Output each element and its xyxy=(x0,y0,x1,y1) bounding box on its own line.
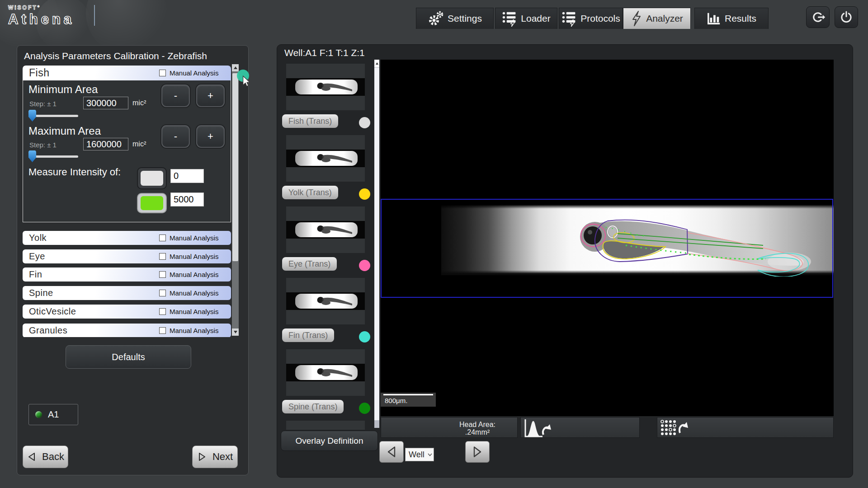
section-header-fish[interactable]: Fish Manual Analysis xyxy=(23,66,231,80)
tab-label: Settings xyxy=(448,13,482,24)
scale-label: 800μm. xyxy=(385,397,407,404)
maximum-area-label: Maximum Area xyxy=(28,125,101,137)
minimum-area-minus-button[interactable]: - xyxy=(161,84,190,107)
logout-button[interactable] xyxy=(806,6,830,28)
scrollbar-thumb[interactable] xyxy=(232,73,238,261)
minimum-area-slider[interactable] xyxy=(29,115,78,117)
previous-well-button[interactable] xyxy=(379,441,404,463)
channel-label-eye[interactable]: Eye (Trans) xyxy=(282,257,337,271)
section-header-yolk[interactable]: Yolk Manual Analysis xyxy=(23,231,231,245)
slider-thumb[interactable] xyxy=(28,110,36,122)
channel-color-dot-eye[interactable] xyxy=(359,260,370,271)
manual-analysis-checkbox[interactable] xyxy=(159,235,166,241)
manual-analysis-label: Manual Analysis xyxy=(170,271,218,278)
app-logo: WiSOFT° Athena xyxy=(8,5,75,28)
tab-analyzer[interactable]: Analyzer xyxy=(623,8,691,29)
manual-analysis-checkbox[interactable] xyxy=(159,308,166,315)
section-header-eye[interactable]: Eye Manual Analysis xyxy=(23,249,231,263)
channel-thumbnail-fish[interactable] xyxy=(286,64,365,110)
scroll-up-button[interactable] xyxy=(374,60,379,67)
histogram-panel[interactable] xyxy=(520,417,640,438)
roi-rectangle[interactable] xyxy=(381,199,833,298)
channel-thumbnail-yolk[interactable] xyxy=(286,135,365,182)
tab-results[interactable]: Results xyxy=(694,8,769,29)
section-label: Eye xyxy=(29,251,45,262)
lightning-icon xyxy=(631,10,642,27)
intensity-high-input[interactable] xyxy=(170,192,204,206)
minimum-area-plus-button[interactable]: + xyxy=(196,84,225,107)
maximum-area-minus-button[interactable]: - xyxy=(161,125,190,148)
list-lightning-icon xyxy=(502,10,517,27)
section-header-fin[interactable]: Fin Manual Analysis xyxy=(23,267,231,282)
sections-scrollbar[interactable] xyxy=(232,64,239,336)
channel-color-dot-spine[interactable] xyxy=(359,403,370,414)
triangle-left-icon xyxy=(386,446,397,458)
channel-thumbnail-spine[interactable] xyxy=(286,349,365,396)
channel-color-dot-yolk[interactable] xyxy=(359,188,370,200)
well-position-title: Well:A1 F:1 T:1 Z:1 xyxy=(284,47,365,58)
fish-parameters: Minimum Area Step: ± 1 mic² - + Maximum … xyxy=(23,80,231,222)
scroll-up-button[interactable] xyxy=(232,64,239,71)
intensity-high-swatch[interactable] xyxy=(137,193,167,213)
next-button[interactable]: Next xyxy=(192,446,238,468)
section-header-oticvesicle[interactable]: OticVesicle Manual Analysis xyxy=(23,305,231,319)
channel-label-yolk[interactable]: Yolk (Trans) xyxy=(282,186,338,199)
scroll-down-button[interactable] xyxy=(232,328,239,336)
measure-intensity-label: Measure Intensity of: xyxy=(28,166,121,178)
head-area-value: .24mm² xyxy=(459,428,495,436)
back-button[interactable]: Back xyxy=(23,446,68,468)
minimum-area-step-label: Step: ± 1 xyxy=(29,100,57,108)
thumbnail-scrollbar[interactable] xyxy=(374,60,379,428)
intensity-high-color xyxy=(141,196,163,210)
manual-analysis-checkbox[interactable] xyxy=(159,70,166,76)
power-button[interactable] xyxy=(835,6,858,28)
section-header-spine[interactable]: Spine Manual Analysis xyxy=(23,286,231,300)
navigation-mode-dropdown[interactable]: Well xyxy=(405,448,434,461)
intensity-low-swatch[interactable] xyxy=(137,167,167,189)
histogram-icon xyxy=(523,418,554,438)
scrollbar-thumb[interactable] xyxy=(374,68,379,420)
channel-color-dot-fish[interactable] xyxy=(359,117,370,128)
head-area-readout: Head Area: .24mm² xyxy=(459,421,495,436)
triangle-left-icon xyxy=(27,451,37,462)
bar-chart-icon xyxy=(707,12,721,25)
sections-scroll-area: Fish Manual Analysis Minimum Area Step: … xyxy=(23,64,231,337)
maximum-area-slider[interactable] xyxy=(29,155,78,158)
manual-analysis-checkbox[interactable] xyxy=(159,271,166,278)
tab-loader[interactable]: Loader xyxy=(495,8,557,29)
section-header-granules[interactable]: Granules Manual Analysis xyxy=(23,324,231,337)
channel-color-dot-fin[interactable] xyxy=(359,331,370,343)
tab-protocols[interactable]: Protocols xyxy=(559,8,623,29)
maximum-area-unit: mic² xyxy=(132,140,146,148)
maximum-area-input[interactable] xyxy=(83,138,128,150)
tab-label: Protocols xyxy=(580,13,620,24)
next-well-button[interactable] xyxy=(465,441,490,463)
manual-analysis-label: Manual Analysis xyxy=(170,289,218,297)
manual-analysis-checkbox[interactable] xyxy=(159,253,166,260)
channel-thumbnail-eye[interactable] xyxy=(286,206,365,253)
scale-marker: 800μm. xyxy=(381,393,436,407)
manual-analysis-checkbox[interactable] xyxy=(159,327,166,334)
section-label: Granules xyxy=(29,325,67,336)
well-plate-grid-icon xyxy=(660,419,693,436)
manual-analysis-checkbox[interactable] xyxy=(159,290,166,296)
channel-label-fin[interactable]: Fin (Trans) xyxy=(282,328,334,342)
section-label: Yolk xyxy=(29,233,47,243)
channel-thumbnail-partial[interactable] xyxy=(286,421,365,430)
channel-thumbnail-fin[interactable] xyxy=(286,278,365,324)
scale-bar xyxy=(383,394,433,395)
well-badge-a1[interactable]: A1 xyxy=(28,404,78,425)
defaults-button[interactable]: Defaults xyxy=(66,345,191,369)
well-plate-panel[interactable] xyxy=(657,417,834,438)
intensity-low-input[interactable] xyxy=(170,169,204,183)
manual-analysis-label: Manual Analysis xyxy=(170,327,218,334)
maximum-area-plus-button[interactable]: + xyxy=(196,125,225,148)
well-image-viewer[interactable]: 800μm. xyxy=(381,60,834,416)
minimum-area-input[interactable] xyxy=(83,97,128,109)
slider-thumb[interactable] xyxy=(28,150,36,162)
channel-label-fish[interactable]: Fish (Trans) xyxy=(282,114,338,128)
tab-settings[interactable]: Settings xyxy=(416,8,494,29)
list-lightning-icon xyxy=(561,10,577,27)
overlay-definition-button[interactable]: Overlay Definition xyxy=(281,431,378,451)
channel-label-spine[interactable]: Spine (Trans) xyxy=(282,400,344,413)
